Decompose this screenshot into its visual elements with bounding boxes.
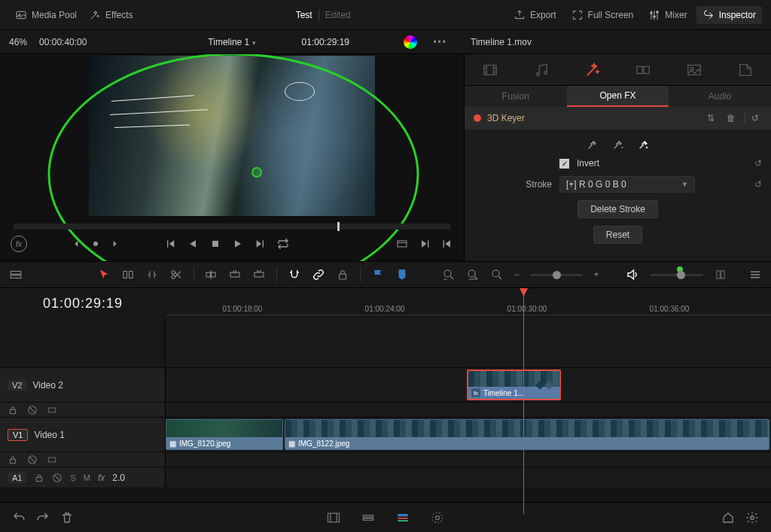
delete-stroke-button[interactable]: Delete Stroke	[577, 200, 658, 218]
subtab-fusion[interactable]: Fusion	[465, 86, 567, 107]
prev-frame-icon[interactable]	[71, 238, 83, 250]
reset-button[interactable]: Reset	[593, 226, 642, 244]
track-tag-v1[interactable]: V1	[8, 429, 28, 441]
marker-icon[interactable]	[395, 268, 409, 281]
dynamic-trim-icon[interactable]	[145, 268, 159, 281]
media-page-icon[interactable]	[326, 510, 341, 525]
zoom-fit-icon[interactable]	[466, 268, 480, 281]
video-tab-icon[interactable]	[482, 62, 498, 78]
bypass-fx-button[interactable]: fx	[11, 236, 27, 252]
clip-img1[interactable]: ▦IMG_8120.jpeg	[166, 419, 283, 450]
play-reverse-icon[interactable]	[187, 238, 199, 250]
fusion-page-icon[interactable]	[430, 510, 445, 525]
track-fx-label[interactable]: fx	[98, 473, 105, 483]
selection-tool-icon[interactable]	[97, 268, 111, 281]
invert-checkbox[interactable]: ✓	[559, 159, 569, 169]
lock-track-icon[interactable]	[8, 454, 18, 465]
track-tag-v2[interactable]: V2	[8, 380, 26, 391]
subtab-openfx[interactable]: Open FX	[567, 86, 669, 107]
file-tab-icon[interactable]	[737, 62, 754, 78]
fullscreen-button[interactable]: Full Screen	[565, 6, 640, 24]
settings-icon[interactable]	[745, 511, 759, 524]
prev-clip-icon[interactable]	[441, 238, 453, 250]
timeline-view-icon[interactable]	[9, 268, 23, 281]
clip-nested-timeline[interactable]: fxTimeline 1...	[467, 369, 561, 400]
timeline-menu-icon[interactable]	[748, 268, 762, 281]
volume-icon[interactable]	[626, 268, 639, 281]
flag-icon[interactable]	[371, 268, 385, 281]
timeline-timecode[interactable]: 01:00:29:19	[0, 296, 166, 312]
view-track-icon[interactable]	[47, 454, 57, 465]
track-tag-a1[interactable]: A1	[8, 473, 26, 483]
undo-icon[interactable]	[12, 511, 26, 524]
zoom-slider[interactable]	[530, 274, 584, 276]
track-header-v2[interactable]: V2 Video 2	[0, 368, 166, 402]
redo-icon[interactable]	[36, 511, 50, 524]
zoom-out-range-icon[interactable]	[442, 268, 456, 281]
next-frame-icon[interactable]	[108, 238, 120, 250]
go-end-icon[interactable]	[254, 238, 267, 250]
disable-track-icon[interactable]	[27, 405, 38, 415]
image-tab-icon[interactable]	[686, 62, 702, 78]
blade-tool-icon[interactable]	[169, 268, 183, 281]
insert-clip-icon[interactable]	[204, 268, 218, 281]
track-header-a1[interactable]: A1 S M fx 2.0	[0, 467, 166, 488]
lock-icon[interactable]	[336, 268, 349, 281]
disable-track-icon[interactable]	[52, 473, 62, 483]
stroke-select[interactable]: [+] R 0 G 0 B 0 ▼	[559, 176, 695, 193]
zoom-custom-icon[interactable]	[490, 268, 504, 281]
overwrite-clip-icon[interactable]	[228, 268, 242, 281]
clip-img2[interactable]: ▦IMG_8122.jpeg	[285, 419, 769, 450]
view-track-icon[interactable]	[47, 405, 57, 415]
volume-slider[interactable]	[650, 274, 703, 276]
export-button[interactable]: Export	[507, 6, 562, 24]
mute-button[interactable]: M	[84, 473, 90, 482]
delete-icon[interactable]	[60, 511, 74, 524]
subtab-audio[interactable]: Audio	[669, 86, 771, 107]
track-header-v1[interactable]: V1 Video 1	[0, 418, 166, 451]
reset-effect-icon[interactable]: ↺	[745, 113, 762, 123]
effect-enable-dot[interactable]	[474, 114, 481, 122]
timeline-name-dropdown[interactable]: Timeline 1 ▾	[0, 37, 464, 47]
viewer-canvas[interactable]	[89, 56, 375, 216]
next-clip-icon[interactable]	[419, 238, 431, 250]
link-icon[interactable]	[312, 268, 325, 281]
lock-track-icon[interactable]	[34, 473, 44, 483]
viewer-menu-button[interactable]: •••	[433, 37, 447, 47]
trim-tool-icon[interactable]	[121, 268, 135, 281]
stroke-reset-icon[interactable]: ↺	[754, 179, 762, 190]
home-icon[interactable]	[721, 511, 735, 524]
viewer-scrubber[interactable]	[14, 223, 450, 230]
viewer-timecode[interactable]: 01:00:29:19	[302, 37, 349, 47]
track-volume[interactable]: 2.0	[112, 473, 125, 483]
play-icon[interactable]	[232, 238, 244, 250]
stop-icon[interactable]	[209, 238, 221, 250]
solo-button[interactable]: S	[70, 473, 75, 482]
replace-clip-icon[interactable]	[252, 268, 266, 281]
media-pool-button[interactable]: Media Pool	[9, 6, 83, 24]
inspector-button[interactable]: Inspector	[696, 6, 762, 24]
eyedropper-sub-icon[interactable]	[612, 138, 624, 150]
cut-page-icon[interactable]	[361, 510, 376, 525]
invert-reset-icon[interactable]: ↺	[754, 158, 762, 169]
go-start-icon[interactable]	[164, 238, 176, 250]
mute-icon[interactable]	[714, 268, 727, 281]
snap-icon[interactable]	[288, 268, 301, 281]
disable-track-icon[interactable]	[27, 454, 38, 465]
effects-tab-icon[interactable]	[584, 62, 601, 78]
eyedropper-add-icon[interactable]	[587, 138, 599, 150]
loop-icon[interactable]	[277, 238, 289, 250]
effect-header[interactable]: 3D Keyer ⇅ 🗑 ↺	[465, 107, 771, 129]
color-wheel-icon[interactable]	[404, 35, 417, 49]
timeline-ruler[interactable]: 01:00:18:00 01:00:24:00 01:00:30:00 01:0…	[166, 288, 771, 318]
transition-tab-icon[interactable]	[635, 62, 651, 78]
match-frame-icon[interactable]	[396, 238, 408, 250]
mixer-button[interactable]: Mixer	[642, 6, 693, 24]
lock-track-icon[interactable]	[8, 405, 18, 415]
marker-dot-icon[interactable]	[93, 242, 98, 246]
audio-tab-icon[interactable]	[533, 62, 550, 78]
edit-page-icon[interactable]	[395, 510, 410, 525]
trash-icon[interactable]: 🗑	[724, 113, 739, 123]
playhead[interactable]	[523, 288, 524, 514]
sort-icon[interactable]: ⇅	[704, 113, 718, 123]
